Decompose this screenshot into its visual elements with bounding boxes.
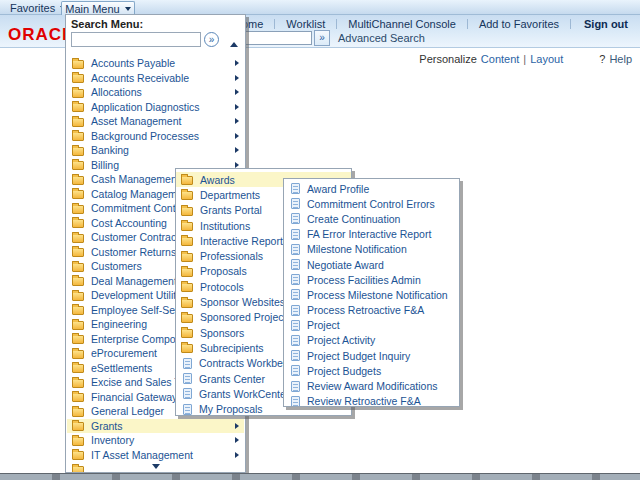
menu-item-grants[interactable]: Grants: [67, 419, 244, 434]
nav-link-add-to-favorites[interactable]: Add to Favorites: [468, 18, 570, 30]
menu-search-input[interactable]: [71, 32, 201, 47]
menu-item-project-budgets[interactable]: Project Budgets: [284, 363, 459, 378]
folder-icon: [181, 299, 193, 308]
menu-item-project-activity[interactable]: Project Activity: [284, 333, 459, 348]
personalize-bar: Personalize Content | Layout ? Help: [419, 53, 632, 65]
personalize-label: Personalize: [419, 53, 476, 65]
favorites-menu-button[interactable]: Favorites: [10, 2, 66, 14]
help-icon[interactable]: ?: [599, 53, 605, 65]
main-menu-button[interactable]: Main Menu: [61, 1, 135, 15]
menu-item-label: Asset Management: [91, 115, 181, 127]
menu-item-label: Background Processes: [91, 130, 199, 142]
menu-item-process-facilities-admin[interactable]: Process Facilities Admin: [284, 272, 459, 287]
menu-item-label: Commitment Control: [91, 202, 187, 214]
advanced-search-link[interactable]: Advanced Search: [338, 32, 425, 44]
header-search-go-button[interactable]: »: [314, 30, 330, 46]
menu-item-background-processes[interactable]: Background Processes: [67, 129, 244, 144]
menu-item-asset-management[interactable]: Asset Management: [67, 114, 244, 129]
folder-icon: [72, 132, 84, 141]
folder-icon: [72, 263, 84, 272]
portal-nav-links: HomeWorklistMultiChannel ConsoleAdd to F…: [223, 18, 632, 30]
sign-out-link[interactable]: Sign out: [571, 18, 632, 30]
page-icon: [291, 229, 300, 240]
help-link[interactable]: Help: [609, 53, 632, 65]
submenu-arrow-icon: [235, 75, 239, 81]
submenu-arrow-icon: [235, 60, 239, 66]
folder-icon: [72, 437, 84, 446]
header-search-input[interactable]: [238, 31, 312, 45]
menu-item-label: Project Budget Inquiry: [307, 350, 410, 362]
folder-icon: [72, 60, 84, 69]
menu-item-application-diagnostics[interactable]: Application Diagnostics: [67, 100, 244, 115]
scroll-up-icon[interactable]: [230, 42, 238, 47]
menu-item-accounts-receivable[interactable]: Accounts Receivable: [67, 71, 244, 86]
folder-icon: [72, 118, 84, 127]
peoplesoft-screen: Favorites Main Menu HomeWorklistMultiCha…: [0, 0, 640, 480]
folder-icon: [72, 451, 84, 460]
menu-search-go-button[interactable]: »: [204, 32, 219, 47]
page-icon: [291, 289, 300, 300]
folder-icon: [72, 335, 84, 344]
taskbar-strip: [0, 473, 640, 480]
menu-item-label: eProcurement: [91, 347, 157, 359]
submenu-arrow-icon: [235, 133, 239, 139]
page-icon: [183, 404, 192, 415]
menu-item-allocations[interactable]: Allocations: [67, 85, 244, 100]
menu-item-label: Grants WorkCenter: [199, 388, 289, 400]
menu-item-banking[interactable]: Banking: [67, 143, 244, 158]
menu-item-label: Process Milestone Notification: [307, 289, 448, 301]
submenu-arrow-icon: [235, 89, 239, 95]
folder-icon: [72, 292, 84, 301]
folder-icon: [181, 314, 193, 323]
favorites-label: Favorites: [10, 2, 55, 14]
menu-item-review-retroactive-f-a[interactable]: Review Retroactive F&A: [284, 394, 459, 407]
folder-icon: [72, 234, 84, 243]
menu-item-label: IT Asset Management: [91, 449, 193, 461]
menu-item-project[interactable]: Project: [284, 318, 459, 333]
menu-item-label: Grants Portal: [200, 204, 262, 216]
nav-link-worklist[interactable]: Worklist: [275, 18, 336, 30]
nav-link-multichannel-console[interactable]: MultiChannel Console: [337, 18, 467, 30]
page-icon: [291, 320, 300, 331]
menu-item-inventory[interactable]: Inventory: [67, 433, 244, 448]
menu-item-review-award-modifications[interactable]: Review Award Modifications: [284, 378, 459, 393]
folder-icon: [181, 222, 193, 231]
menu-item-accounts-payable[interactable]: Accounts Payable: [67, 56, 244, 71]
menu-item-process-retroactive-f-a[interactable]: Process Retroactive F&A: [284, 303, 459, 318]
menu-item-milestone-notification[interactable]: Milestone Notification: [284, 242, 459, 257]
folder-icon: [72, 205, 84, 214]
folder-icon: [72, 408, 84, 417]
menu-item-label: Customer Contracts: [91, 231, 184, 243]
menu-item-label: Review Retroactive F&A: [307, 395, 421, 407]
menu-item-label: Professionals: [200, 250, 263, 262]
menu-item-commitment-control-errors[interactable]: Commitment Control Errors: [284, 196, 459, 211]
page-icon: [183, 358, 192, 369]
menu-item-label: Grants: [91, 420, 123, 432]
menu-item-award-profile[interactable]: Award Profile: [284, 181, 459, 196]
page-icon: [183, 373, 192, 384]
layout-link[interactable]: Layout: [530, 53, 563, 65]
menu-item-label: Cost Accounting: [91, 217, 167, 229]
menu-item-label: Billing: [91, 159, 119, 171]
menu-item-project-budget-inquiry[interactable]: Project Budget Inquiry: [284, 348, 459, 363]
menu-item-label: Accounts Payable: [91, 57, 175, 69]
folder-icon: [72, 103, 84, 112]
menu-item-it-asset-management[interactable]: IT Asset Management: [67, 448, 244, 463]
submenu-arrow-icon: [235, 104, 239, 110]
menu-item-process-milestone-notification[interactable]: Process Milestone Notification: [284, 287, 459, 302]
scroll-down-icon[interactable]: [152, 464, 160, 469]
menu-item-label: Allocations: [91, 86, 142, 98]
menu-item-fa-error-interactive-report[interactable]: FA Error Interactive Report: [284, 227, 459, 242]
menu-item-label: Banking: [91, 144, 129, 156]
page-icon: [183, 388, 192, 399]
content-link[interactable]: Content: [481, 53, 520, 65]
page-icon: [291, 335, 300, 346]
page-icon: [291, 350, 300, 361]
menu-item-label: Commitment Control Errors: [307, 198, 435, 210]
menu-item-create-continuation[interactable]: Create Continuation: [284, 211, 459, 226]
folder-icon: [72, 219, 84, 228]
menu-item-negotiate-award[interactable]: Negotiate Award: [284, 257, 459, 272]
header-search-area: » Advanced Search: [238, 30, 425, 46]
page-icon: [291, 381, 300, 392]
menu-item-label: FA Error Interactive Report: [307, 228, 431, 240]
